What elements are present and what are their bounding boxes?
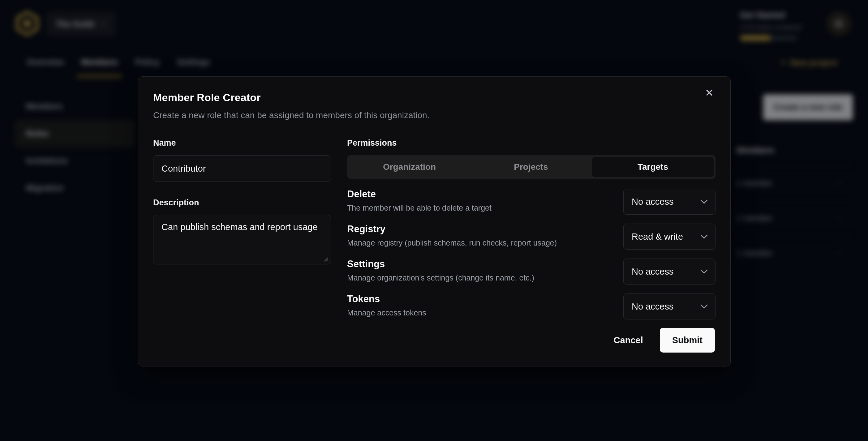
resize-handle-icon[interactable] bbox=[323, 256, 329, 262]
permission-row-delete: Delete The member will be able to delete… bbox=[347, 189, 715, 215]
delete-access-select[interactable]: No access bbox=[623, 189, 715, 215]
name-input[interactable] bbox=[153, 155, 331, 182]
settings-access-select[interactable]: No access bbox=[623, 258, 715, 285]
permission-title: Registry bbox=[347, 224, 557, 235]
tab-projects[interactable]: Projects bbox=[470, 157, 592, 177]
tab-organization[interactable]: Organization bbox=[349, 157, 470, 177]
member-role-creator-dialog: ✕ Member Role Creator Create a new role … bbox=[138, 76, 731, 367]
permission-title: Delete bbox=[347, 189, 492, 200]
chevron-down-icon bbox=[700, 234, 708, 239]
cancel-button[interactable]: Cancel bbox=[603, 328, 654, 352]
chevron-down-icon bbox=[700, 270, 708, 274]
close-icon[interactable]: ✕ bbox=[703, 86, 716, 100]
permission-description: Manage registry (publish schemas, run ch… bbox=[347, 239, 557, 247]
registry-access-select[interactable]: Read & write bbox=[623, 224, 715, 250]
name-label: Name bbox=[153, 138, 331, 148]
permission-row-settings: Settings Manage organization's settings … bbox=[347, 258, 715, 285]
app-window: The Guild Get Started 4 of 8 tasks compl… bbox=[0, 0, 868, 441]
permission-title: Tokens bbox=[347, 293, 426, 305]
dialog-subtitle: Create a new role that can be assigned t… bbox=[153, 111, 715, 120]
dialog-title: Member Role Creator bbox=[153, 92, 715, 104]
permission-row-tokens: Tokens Manage access tokens No access bbox=[347, 293, 715, 319]
permission-title: Settings bbox=[347, 258, 534, 270]
chevron-down-icon bbox=[700, 304, 708, 309]
permissions-tablist: Organization Projects Targets bbox=[347, 155, 715, 179]
permission-description: Manage access tokens bbox=[347, 308, 426, 317]
permissions-label: Permissions bbox=[347, 138, 715, 148]
permission-description: The member will be able to delete a targ… bbox=[347, 203, 492, 213]
chevron-down-icon bbox=[700, 199, 708, 204]
tokens-access-select[interactable]: No access bbox=[623, 293, 715, 319]
description-textarea[interactable]: Can publish schemas and report usage bbox=[153, 215, 331, 264]
permission-description: Manage organization's settings (change i… bbox=[347, 273, 534, 282]
permission-row-registry: Registry Manage registry (publish schema… bbox=[347, 224, 715, 250]
description-label: Description bbox=[153, 198, 331, 208]
tab-targets[interactable]: Targets bbox=[592, 157, 714, 177]
submit-button[interactable]: Submit bbox=[660, 328, 715, 352]
